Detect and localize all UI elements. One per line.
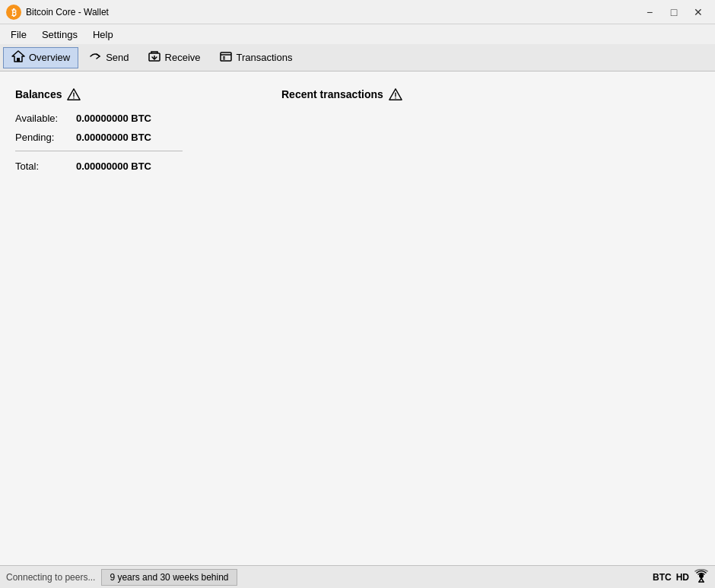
connecting-status: Connecting to peers... [6, 572, 95, 583]
close-button[interactable]: ✕ [688, 5, 709, 20]
hd-badge: HD [676, 572, 689, 583]
available-label: Available: [15, 113, 76, 124]
overview-icon [11, 49, 25, 66]
svg-point-12 [74, 97, 75, 98]
total-label: Total: [15, 161, 76, 172]
pending-value: 0.00000000 BTC [76, 132, 151, 143]
network-icon [694, 569, 709, 586]
receive-icon [148, 49, 161, 66]
pending-label: Pending: [15, 132, 76, 143]
pending-row: Pending: 0.00000000 BTC [15, 132, 259, 143]
title-bar: ₿ Bitcoin Core - Wallet − □ ✕ [0, 0, 715, 24]
currency-badge: BTC [653, 572, 672, 583]
transactions-warning-icon[interactable] [388, 87, 403, 102]
transactions-panel: Recent transactions [281, 87, 700, 550]
overview-label: Overview [29, 52, 70, 63]
menu-help[interactable]: Help [85, 27, 121, 42]
status-right: BTC HD [653, 569, 709, 586]
status-left: Connecting to peers... 9 years and 30 we… [6, 569, 647, 586]
balances-warning-icon[interactable] [66, 87, 81, 102]
svg-point-15 [395, 97, 396, 98]
status-bar: Connecting to peers... 9 years and 30 we… [0, 565, 715, 588]
svg-point-16 [699, 574, 704, 578]
balances-title: Balances [15, 88, 62, 100]
app-icon: ₿ [6, 5, 21, 20]
receive-label: Receive [165, 52, 201, 63]
tab-overview[interactable]: Overview [3, 47, 78, 68]
window-controls: − □ ✕ [639, 5, 709, 20]
tab-receive[interactable]: Receive [139, 47, 209, 68]
restore-button[interactable]: □ [663, 5, 685, 20]
toolbar: Overview Send Receive [0, 44, 715, 72]
sync-status-button[interactable]: 9 years and 30 weeks behind [101, 569, 237, 586]
menu-settings[interactable]: Settings [34, 27, 85, 42]
balances-header: Balances [15, 87, 259, 102]
window-title: Bitcoin Core - Wallet [26, 7, 639, 17]
send-label: Send [106, 52, 129, 63]
transactions-label: Transactions [237, 52, 293, 63]
recent-transactions-header: Recent transactions [281, 87, 700, 102]
total-value: 0.00000000 BTC [76, 161, 151, 172]
recent-transactions-title: Recent transactions [281, 88, 383, 100]
send-icon [88, 49, 102, 66]
tab-send[interactable]: Send [80, 47, 137, 68]
total-row: Total: 0.00000000 BTC [15, 161, 259, 172]
svg-text:₿: ₿ [11, 7, 17, 17]
tab-transactions[interactable]: Transactions [211, 47, 301, 68]
minimize-button[interactable]: − [639, 5, 660, 20]
balance-divider [15, 151, 183, 151]
transactions-icon [219, 49, 233, 66]
menu-bar: File Settings Help [0, 24, 715, 44]
svg-rect-6 [221, 52, 231, 61]
menu-file[interactable]: File [3, 27, 34, 42]
available-value: 0.00000000 BTC [76, 113, 151, 124]
svg-rect-3 [17, 58, 20, 62]
available-row: Available: 0.00000000 BTC [15, 113, 259, 124]
balances-panel: Balances Available: 0.00000000 BTC Pendi… [15, 87, 259, 550]
main-content: Balances Available: 0.00000000 BTC Pendi… [0, 72, 715, 565]
